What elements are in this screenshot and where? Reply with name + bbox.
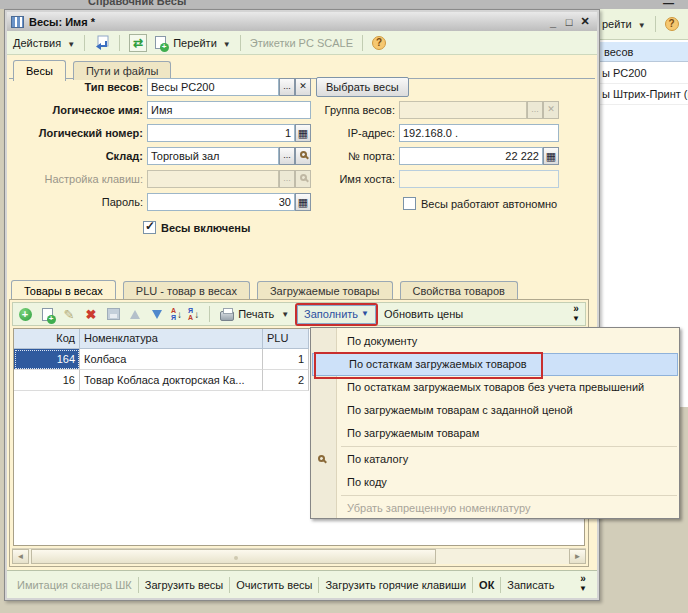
autonomous-row: Весы работают автономно (403, 194, 557, 213)
choose-scales-button[interactable]: Выбрать весы (316, 77, 409, 97)
tab-plu[interactable]: PLU - товар в весах (123, 281, 250, 300)
maximize-icon[interactable]: □ (561, 16, 577, 28)
group-label: Группа весов: (307, 104, 399, 116)
cell-code[interactable]: 164 (14, 349, 80, 370)
move-down-icon[interactable] (149, 306, 165, 322)
field-row-ip: IP-адрес: 192.168.0 . (307, 123, 559, 142)
clear-scales-button[interactable]: Очистить весы (234, 579, 314, 591)
cell-code[interactable]: 16 (14, 370, 80, 391)
menu-item-by-document[interactable]: По документу (311, 330, 679, 353)
fill-dropdown-menu: По документу По остаткам загружаемых тов… (310, 327, 680, 519)
magnifier-icon (300, 151, 307, 158)
password-field[interactable]: 30 (147, 193, 295, 211)
write-button[interactable]: Записать (505, 579, 556, 591)
horizontal-scrollbar[interactable]: ◄ ► (12, 548, 586, 564)
scroll-left-icon[interactable]: ◄ (12, 549, 29, 564)
parent-minimize-icon[interactable]: — (663, 0, 674, 9)
go-menu-button[interactable]: Перейти ▼ (173, 37, 231, 49)
warehouse-field[interactable]: Торговый зал (147, 147, 279, 165)
scrollbar-thumb[interactable] (31, 549, 436, 564)
column-header-plu[interactable]: PLU (263, 329, 309, 349)
fill-menu-button[interactable]: Заполнить ▼ (297, 305, 376, 324)
menu-item-by-loadable[interactable]: По загружаемым товарам (311, 422, 679, 445)
warehouse-choose-icon[interactable]: ... (279, 147, 295, 165)
menu-item-remove-forbidden: Убрать запрещенную номенклатуру (311, 497, 679, 520)
background-list-item[interactable]: ы PC200 (600, 63, 688, 84)
scales-enabled-label: Весы включены (161, 222, 250, 234)
host-field[interactable] (399, 170, 559, 188)
background-go-button[interactable]: рейти ▼ (602, 18, 646, 30)
number-field[interactable]: 1 (147, 124, 295, 142)
background-list-header[interactable]: весов (600, 42, 688, 62)
password-label: Пароль: (11, 196, 147, 208)
type-field[interactable]: Весы PC200 (147, 78, 279, 96)
help-icon[interactable]: ? (372, 36, 386, 50)
type-choose-icon[interactable]: ... (279, 78, 295, 96)
load-hotkeys-button[interactable]: Загрузить горячие клавиши (323, 579, 468, 591)
background-help-icon[interactable]: ? (665, 17, 679, 31)
host-label: Имя хоста: (307, 173, 399, 185)
add-row-icon[interactable]: + (17, 306, 33, 322)
tab-goods-props[interactable]: Свойства товаров (400, 281, 518, 300)
ok-button[interactable]: ОК (477, 579, 496, 591)
bottom-overflow-button[interactable]: » ▼ (579, 574, 587, 593)
cell-nomenclature[interactable]: Колбаса (80, 349, 263, 370)
menu-item-by-code[interactable]: По коду (311, 471, 679, 494)
close-icon[interactable]: ✕ (577, 15, 593, 28)
actions-menu-button[interactable]: Действия ▼ (13, 37, 75, 49)
menu-item-by-loadable-with-price[interactable]: По загружаемым товарам с заданной ценой (311, 399, 679, 422)
dialog-toolbar: Действия ▼ ⇄ + Перейти ▼ Этикетки PC SCA… (7, 31, 597, 55)
number-label: Логический номер: (11, 127, 147, 139)
ip-field[interactable]: 192.168.0 . (399, 124, 559, 142)
type-label: Тип весов: (11, 81, 147, 93)
add-copy-icon[interactable]: + (152, 35, 168, 51)
edit-row-icon[interactable]: ✎ (61, 306, 77, 322)
cell-plu[interactable]: 2 (263, 370, 309, 391)
minimize-icon[interactable]: _ (545, 16, 561, 28)
refresh-icon[interactable]: ⇄ (129, 34, 147, 52)
dialog-titlebar[interactable]: Весы: Имя * _ □ ✕ (7, 12, 597, 31)
cell-nomenclature[interactable]: Товар Кобласа докторская Ка... (80, 370, 263, 391)
end-edit-icon (105, 306, 121, 322)
menu-item-by-catalog[interactable]: По каталогу (311, 448, 679, 471)
type-clear-icon[interactable]: ✕ (295, 78, 311, 96)
scales-enabled-checkbox[interactable] (143, 221, 156, 234)
labels-pc-scale-button[interactable]: Этикетки PC SCALE (250, 37, 353, 49)
sort-asc-icon[interactable]: АЯ↓ (171, 307, 182, 321)
tab-goods-in-scales[interactable]: Товары в весах (11, 280, 116, 301)
form-icon (11, 16, 24, 28)
separator (229, 577, 230, 593)
field-row-group: Группа весов: ... ✕ (307, 100, 559, 119)
magnifier-icon (318, 455, 325, 462)
menu-item-by-remains-no-excess[interactable]: По остаткам загружаемых товаров без учет… (311, 376, 679, 399)
field-row-type: Тип весов: Весы PC200 ... ✕ Выбрать весы (11, 77, 409, 96)
toolbar-overflow-button[interactable]: » ▼ (572, 304, 580, 323)
name-field[interactable]: Имя (147, 101, 311, 119)
group-field (399, 101, 527, 119)
print-button[interactable]: Печать ▼ (220, 308, 289, 321)
write-object-icon[interactable] (94, 35, 110, 51)
update-prices-button[interactable]: Обновить цены (384, 308, 463, 320)
menu-item-by-remains[interactable]: По остаткам загружаемых товаров (312, 353, 678, 376)
tab-loadable-goods[interactable]: Загружаемые товары (257, 281, 393, 300)
magnifier-icon (300, 174, 307, 181)
port-calc-icon[interactable]: ▦ (543, 147, 559, 165)
autonomous-checkbox[interactable] (403, 197, 416, 210)
fill-annotation-box: Заполнить ▼ (295, 303, 378, 326)
toolbar-separator (84, 35, 85, 51)
copy-row-icon[interactable]: + (39, 306, 55, 322)
delete-row-icon[interactable]: ✖ (83, 306, 99, 322)
password-calc-icon[interactable]: ▦ (295, 193, 311, 211)
background-list-item[interactable]: ы Штрих-Принт (пр (600, 84, 688, 105)
port-field[interactable]: 22 222 (399, 147, 543, 165)
column-header-nomenclature[interactable]: Номенклатура (80, 329, 263, 349)
group-clear-icon: ✕ (543, 101, 559, 119)
column-header-code[interactable]: Код (14, 329, 80, 349)
load-scales-button[interactable]: Загрузить весы (143, 579, 226, 591)
keys-choose-icon: ... (279, 170, 295, 188)
barcode-scanner-sim-button: Имитация сканера ШК (15, 579, 134, 591)
cell-plu[interactable]: 1 (263, 349, 309, 370)
field-row-number: Логический номер: 1 ▦ (11, 123, 311, 142)
sort-desc-icon[interactable]: ЯА↓ (188, 307, 199, 321)
scroll-right-icon[interactable]: ► (569, 549, 586, 564)
